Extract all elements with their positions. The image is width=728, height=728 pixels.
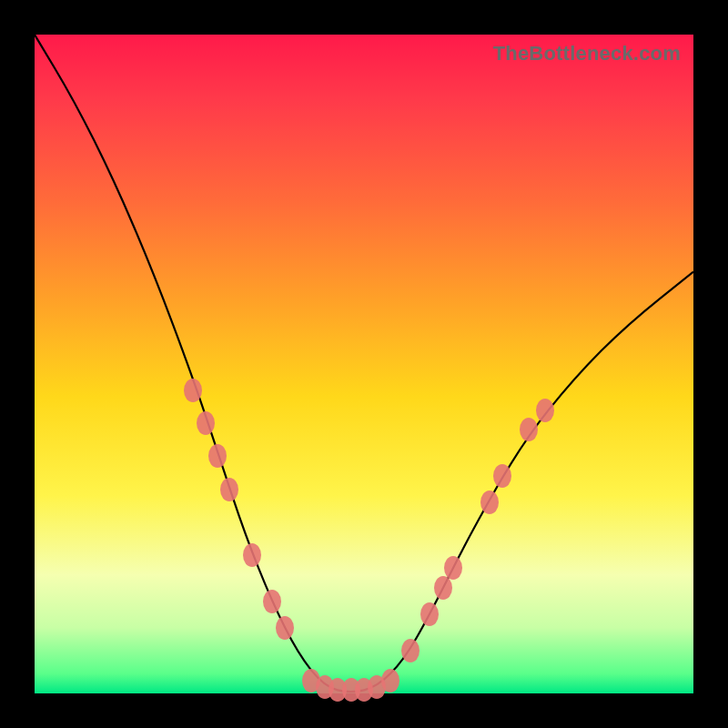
data-marker [184, 379, 202, 402]
chart-frame: TheBottleneck.com [0, 0, 728, 728]
data-marker [493, 464, 511, 488]
data-marker [197, 411, 215, 435]
data-marker [263, 590, 281, 613]
data-marker [434, 576, 452, 600]
data-marker [420, 602, 439, 626]
bottleneck-curve [35, 35, 693, 692]
curve-svg [35, 35, 693, 693]
data-marker [520, 418, 538, 441]
watermark-text: TheBottleneck.com [493, 42, 681, 66]
data-marker [220, 478, 238, 501]
data-marker [480, 490, 499, 514]
data-marker [401, 639, 420, 662]
plot-area: TheBottleneck.com [35, 35, 693, 693]
data-marker [536, 399, 554, 422]
data-marker [208, 444, 227, 468]
data-marker [381, 669, 399, 693]
data-marker [276, 616, 294, 640]
data-marker [444, 556, 462, 580]
data-marker [243, 543, 261, 567]
